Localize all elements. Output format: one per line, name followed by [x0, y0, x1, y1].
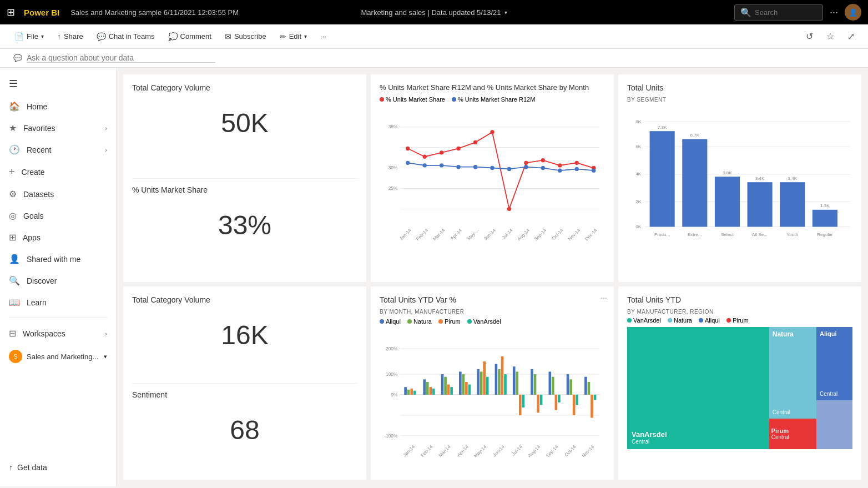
- sidebar-bottom: ↑ Get data: [0, 453, 116, 482]
- sidebar-item-sales-marketing[interactable]: S Sales and Marketing... ▾: [0, 344, 116, 369]
- chevron-down-icon[interactable]: ▾: [504, 9, 507, 16]
- discover-icon: 🔍: [9, 275, 20, 286]
- comment-button[interactable]: 💭 Comment: [163, 29, 217, 44]
- sidebar-item-create[interactable]: + Create: [0, 160, 116, 183]
- svg-text:6K: 6K: [635, 144, 642, 149]
- legend-dot-units-share: [380, 97, 384, 102]
- sidebar-item-datasets[interactable]: ⚙ Datasets: [0, 183, 116, 205]
- svg-rect-107: [519, 395, 522, 415]
- svg-rect-88: [432, 389, 435, 395]
- create-icon: +: [9, 166, 15, 178]
- app-grid-icon[interactable]: ⊞: [7, 6, 15, 18]
- line-chart-title: % Units Market Share R12M and % Units Ma…: [380, 83, 605, 92]
- svg-text:Feb-14: Feb-14: [420, 444, 434, 458]
- svg-text:Oct-14: Oct-14: [551, 227, 564, 241]
- svg-rect-85: [423, 379, 426, 395]
- ytd-treemap-subtitle: BY MANUFACTURER, REGION: [627, 309, 852, 315]
- card-ytd-treemap: Total Units YTD BY MANUFACTURER, REGION …: [618, 286, 861, 480]
- svg-point-9: [423, 155, 427, 159]
- search-icon: 🔍: [740, 7, 751, 18]
- svg-rect-101: [495, 364, 498, 395]
- edit-button[interactable]: ✏ Edit ▾: [274, 29, 312, 44]
- svg-rect-97: [477, 369, 480, 395]
- card-line-chart: % Units Market Share R12M and % Units Ma…: [371, 74, 614, 282]
- sidebar-item-apps[interactable]: ⊞ Apps: [0, 227, 116, 248]
- svg-text:3.4K: 3.4K: [788, 176, 797, 181]
- fullscreen-icon[interactable]: ⤢: [843, 29, 859, 44]
- chevron-down-icon: ▾: [104, 353, 107, 360]
- sidebar-item-workspaces[interactable]: ⊟ Workspaces ›: [0, 323, 116, 344]
- svg-rect-84: [413, 391, 416, 395]
- svg-rect-121: [584, 377, 587, 395]
- svg-text:Produ...: Produ...: [654, 232, 670, 237]
- treemap-cell-aliqui: Aliqui Central: [816, 327, 852, 400]
- comment-icon: 💭: [168, 32, 178, 41]
- svg-rect-109: [531, 369, 533, 395]
- svg-text:8K: 8K: [635, 119, 642, 124]
- svg-text:Aug-14: Aug-14: [516, 227, 531, 242]
- treemap: VanArsdel Central Natura Central Aliqui …: [627, 327, 852, 449]
- sidebar-item-favorites[interactable]: ★ Favorites ›: [0, 117, 116, 139]
- more-options-icon[interactable]: ···: [600, 293, 607, 302]
- search-box[interactable]: 🔍: [734, 4, 823, 21]
- legend-dot-vanarsdel: [467, 319, 472, 324]
- svg-text:Mar-14: Mar-14: [432, 227, 446, 242]
- share-icon: ↑: [57, 32, 61, 41]
- qa-input[interactable]: [27, 53, 215, 63]
- legend-dot-aliqui2: [699, 318, 703, 323]
- svg-text:Apr-14: Apr-14: [449, 227, 463, 241]
- svg-rect-112: [540, 395, 543, 405]
- get-data-icon: ↑: [9, 463, 13, 472]
- sidebar-item-discover[interactable]: 🔍 Discover: [0, 270, 116, 291]
- svg-text:100%: 100%: [386, 371, 398, 377]
- svg-text:Jun-14: Jun-14: [492, 444, 506, 457]
- card-title-volume2: Total Category Volume: [132, 295, 357, 304]
- svg-rect-96: [468, 385, 471, 395]
- svg-rect-62: [780, 182, 805, 227]
- svg-rect-56: [682, 139, 707, 227]
- sidebar-item-shared[interactable]: 👤 Shared with me: [0, 248, 116, 270]
- share-button[interactable]: ↑ Share: [52, 29, 89, 44]
- search-input[interactable]: [755, 8, 817, 17]
- recent-icon: 🕐: [9, 144, 20, 155]
- file-button[interactable]: 📄 File ▾: [9, 29, 49, 44]
- refresh-icon[interactable]: ↺: [801, 29, 817, 44]
- bookmark-icon[interactable]: ☆: [822, 29, 839, 44]
- data-info: Marketing and sales | Data updated 5/13/…: [361, 8, 507, 17]
- svg-rect-91: [447, 385, 450, 395]
- svg-rect-115: [555, 395, 558, 410]
- svg-rect-94: [462, 374, 465, 395]
- svg-text:Sep-14: Sep-14: [545, 444, 559, 458]
- svg-rect-58: [715, 177, 740, 227]
- more-button[interactable]: ···: [315, 29, 332, 43]
- sidebar-toggle[interactable]: ☰: [0, 72, 116, 95]
- get-data-button[interactable]: ↑ Get data: [0, 457, 116, 477]
- sidebar-divider: [9, 318, 107, 318]
- ytd-treemap-legend: VanArsdel Natura Aliqui Pirum: [627, 317, 852, 324]
- svg-text:Apr-14: Apr-14: [456, 444, 470, 457]
- svg-point-15: [524, 161, 528, 165]
- avatar[interactable]: 👤: [845, 4, 861, 21]
- svg-rect-120: [576, 395, 578, 405]
- subscribe-button[interactable]: ✉ Subscribe: [219, 29, 272, 44]
- svg-rect-124: [594, 395, 597, 400]
- card-title-sentiment: Sentiment: [132, 390, 357, 399]
- svg-rect-86: [426, 382, 429, 395]
- svg-rect-105: [513, 366, 516, 395]
- chat-button[interactable]: 💬 Chat in Teams: [91, 29, 160, 44]
- sidebar-item-goals[interactable]: ◎ Goals: [0, 205, 116, 227]
- sidebar-item-learn[interactable]: 📖 Learn: [0, 291, 116, 313]
- edit-icon: ✏: [280, 32, 286, 41]
- report-title: Sales and Marketing sample 6/11/2021 12:…: [70, 8, 239, 17]
- ytd-var-chart-svg: 200% 100% 0% -100%: [380, 328, 605, 461]
- svg-text:7.3K: 7.3K: [658, 125, 667, 130]
- sidebar-item-recent[interactable]: 🕐 Recent ›: [0, 139, 116, 160]
- svg-rect-114: [552, 377, 554, 395]
- more-options-icon[interactable]: ···: [830, 7, 838, 18]
- hamburger-icon: ☰: [9, 78, 18, 90]
- svg-rect-117: [567, 374, 569, 395]
- ytd-var-legend: Aliqui Natura Pirum VanArsdel: [380, 318, 605, 325]
- apps-icon: ⊞: [9, 232, 16, 243]
- svg-rect-93: [459, 371, 462, 395]
- sidebar-item-home[interactable]: 🏠 Home: [0, 95, 116, 117]
